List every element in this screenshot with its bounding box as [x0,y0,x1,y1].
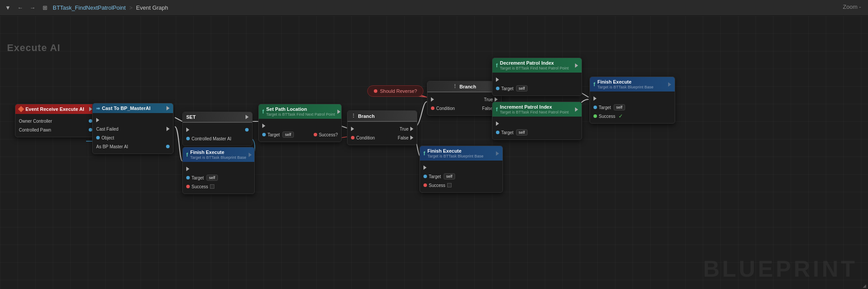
finish-1-target-pin[interactable] [186,176,190,179]
as-bp-master-pin[interactable] [166,145,170,148]
finish-1-exec-in-row [184,165,253,173]
owner-controller-row: Owner Controller [17,117,94,125]
node-finish-execute-1[interactable]: f Finish Execute Target is BTTask Bluepr… [182,147,255,194]
finish-3-target-pin[interactable] [593,106,597,109]
node-branch-1[interactable]: ⋮ Branch True Condition False [347,110,417,145]
should-reverse-out[interactable] [374,89,377,93]
increment-exec-out [575,107,578,112]
breadcrumb-sub: Event Graph [136,4,168,11]
cast-exec-out [166,106,170,110]
breadcrumb-separator: > [129,4,133,11]
finish-1-success-check[interactable] [210,184,214,189]
finish-1-title: Finish Execute [190,150,224,155]
set-exec-in [186,128,189,132]
node-event-receive[interactable]: Event Receive Execute AI Owner Controlle… [15,104,96,137]
controlled-master-row: Controlled Master AI [184,134,250,143]
object-in-pin[interactable] [96,136,100,139]
section-label: Execute AI [7,42,61,54]
finish-1-success-row: Success [184,182,253,191]
cast-failed-pin [166,127,170,131]
cast-title: Cast To BP_MasterAI [102,106,150,111]
set-path-exec-in [262,124,265,128]
branch-2-icon: ⋮ [452,84,457,89]
finish-2-target-val: self [444,173,455,179]
menu-icon[interactable]: ▼ [4,4,12,12]
set-path-target-pin[interactable] [262,133,266,136]
forward-button[interactable]: → [28,4,37,12]
node-decrement[interactable]: f Decrement Patrol Index Target is BTTas… [492,58,582,96]
branch-1-exec-in-row: True [349,124,415,133]
finish-2-title: Finish Execute [427,148,462,154]
finish-2-exec-out [496,151,499,156]
decrement-target-row: Target self [494,84,580,93]
finish-2-target-pin[interactable] [423,175,427,178]
branch-2-true-out [495,97,498,102]
breadcrumb-main[interactable]: BTTask_FindNextPatrolPoint [53,4,126,11]
set-path-target-row: Target self Success? [260,130,340,139]
increment-target-row: Target self [494,128,580,137]
finish-2-success-pin[interactable] [423,183,427,187]
blueprint-canvas[interactable]: Execute AI [0,16,868,289]
exec-out-pin [89,107,92,111]
node-finish-execute-3[interactable]: f Finish Execute Target is BTTask Bluepr… [590,77,675,124]
controlled-pawn-pin[interactable] [89,128,92,132]
finish-2-target-row: Target self [422,172,501,181]
node-set-path[interactable]: f Set Path Location Target is BTTask Fin… [258,104,342,142]
set-path-success-pin[interactable] [314,133,317,136]
finish-3-body: Target self Success ✓ [590,91,675,123]
controlled-master-in[interactable] [186,137,190,140]
node-cast[interactable]: ⇒ Cast To BP_MasterAI Cast Failed Object… [92,103,174,154]
node-finish-execute-2[interactable]: f Finish Execute Target is BTTask Bluepr… [420,146,503,193]
branch-2-exec-in [431,97,434,102]
branch-2-body: True Condition False [427,92,501,115]
branch-2-cond-pin[interactable] [431,106,434,110]
decrement-title: Decrement Patrol Index [500,60,554,66]
branch-1-cond-pin[interactable] [351,136,354,139]
decrement-target-pin[interactable] [496,87,499,90]
finish-3-exec-out [668,82,671,87]
node-event-receive-header: Event Receive Execute AI [15,104,96,114]
decrement-subtitle: Target is BTTask Find Next Patrol Point [500,66,573,70]
branch-1-body: True Condition False [347,122,417,145]
controlled-pawn-row: Controlled Pawn [17,125,94,134]
increment-exec-in [496,121,499,126]
blueprint-grid-icon: ⊞ [40,4,49,12]
finish-2-success-row: Success [422,181,501,190]
branch-1-exec-in [351,127,354,131]
owner-controller-pin[interactable] [89,119,92,123]
as-bp-master-row: As BP Master AI [94,142,171,151]
set-exec-in-row [184,125,250,134]
set-data-out[interactable] [245,128,249,132]
branch-2-header: ⋮ Branch [427,81,501,92]
branch-1-true-out [410,127,413,131]
decrement-exec-in [496,77,499,82]
branch-2-exec-in-row: True [429,95,499,104]
increment-body: Target self [492,117,582,139]
object-row: Object [94,133,171,142]
back-button[interactable]: ← [16,4,25,12]
cast-body: Cast Failed Object As BP Master AI [93,113,173,154]
increment-target-pin[interactable] [496,131,499,134]
finish-1-success-pin[interactable] [186,185,190,188]
cast-exec-in [96,118,99,122]
branch-1-false-out [410,135,413,140]
finish-1-exec-out [249,153,252,157]
should-reverse-label: Should Reverse? [380,88,417,94]
finish-1-target-val: self [206,175,218,181]
zoom-label[interactable]: Zoom - [843,4,861,10]
node-increment[interactable]: f Increment Patrol Index Target is BTTas… [492,102,582,140]
decrement-exec-in-row [494,75,580,84]
set-path-subtitle: Target is BTTask Find Next Patrol Point [266,112,335,117]
finish-2-success-check[interactable] [447,183,452,187]
set-exec-out [246,115,249,119]
finish-3-success-pin[interactable] [593,114,597,118]
finish-1-subtitle: Target is BTTask Blueprint Base [190,155,246,160]
event-receive-title: Event Receive Execute AI [25,106,84,112]
finish-2-body: Target self Success [420,161,503,192]
finish-3-target-row: Target self [592,103,673,112]
node-set[interactable]: SET Controlled Master AI [182,112,253,146]
branch-2-cond-row: Condition False [429,104,499,113]
node-branch-2[interactable]: ⋮ Branch True Condition False [427,81,502,116]
set-path-exec-out [337,110,340,114]
event-icon [18,106,24,112]
